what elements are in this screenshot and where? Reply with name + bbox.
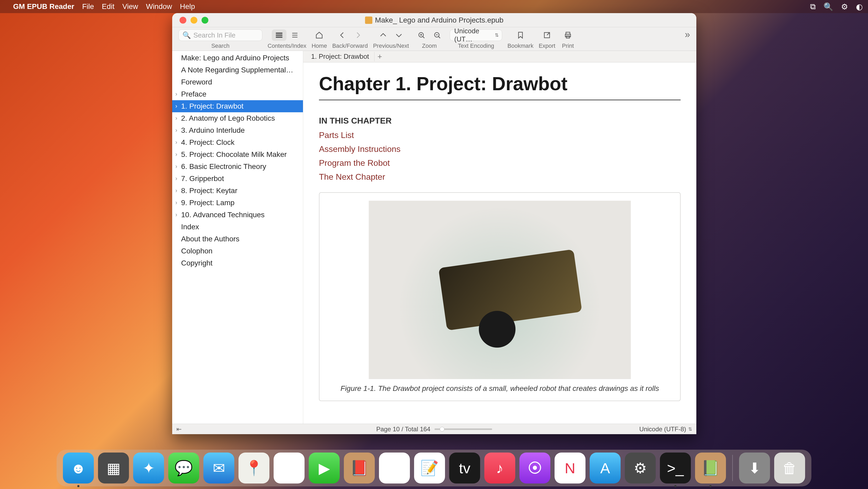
print-button[interactable]: [561, 29, 575, 41]
next-button[interactable]: [392, 29, 406, 41]
search-label: Search: [211, 42, 229, 49]
toc-item[interactable]: Copyright: [172, 257, 303, 269]
toc-item[interactable]: Colophon: [172, 245, 303, 257]
chevron-right-icon[interactable]: ›: [175, 211, 177, 218]
dock-finder[interactable]: ☻: [63, 453, 94, 484]
menu-edit[interactable]: Edit: [102, 2, 115, 11]
toc-item[interactable]: ›3. Arduino Interlude: [172, 124, 303, 137]
minimize-button[interactable]: [190, 17, 197, 24]
toc-item[interactable]: A Note Regarding Supplemental…: [172, 64, 303, 76]
dock-safari[interactable]: ✦: [133, 453, 164, 484]
chevron-right-icon[interactable]: ›: [175, 91, 177, 97]
toc-item[interactable]: About the Authors: [172, 233, 303, 245]
search-placeholder: Search In File: [193, 31, 235, 39]
content-view[interactable]: Chapter 1. Project: Drawbot IN THIS CHAP…: [303, 62, 696, 424]
dock-mail[interactable]: ✉: [204, 453, 234, 484]
bookmark-button[interactable]: [513, 29, 528, 41]
index-button[interactable]: [287, 29, 302, 41]
forward-button[interactable]: [351, 29, 365, 41]
document-icon: [365, 17, 372, 24]
screen-mirror-icon[interactable]: ⧉: [810, 2, 815, 11]
toc-item[interactable]: Make: Lego and Arduino Projects: [172, 52, 303, 64]
previous-button[interactable]: [376, 29, 391, 41]
page-slider[interactable]: [435, 428, 492, 430]
toc-item[interactable]: ›10. Advanced Techniques: [172, 209, 303, 221]
dock-reminders[interactable]: ☰: [379, 453, 410, 484]
toc-item-label: 4. Project: Clock: [181, 138, 235, 147]
toc-item-label: 9. Project: Lamp: [181, 199, 235, 207]
close-button[interactable]: [180, 17, 186, 24]
content-link[interactable]: Parts List: [319, 131, 681, 140]
encoding-select[interactable]: Unicode (UT… ⇅: [450, 29, 502, 41]
content-link[interactable]: Assembly Instructions: [319, 144, 681, 154]
dock-downloads[interactable]: ⬇: [739, 453, 770, 484]
dock-news[interactable]: N: [555, 453, 586, 484]
dock-messages[interactable]: 💬: [168, 453, 199, 484]
back-button[interactable]: [335, 29, 350, 41]
zoom-out-button[interactable]: [430, 29, 444, 41]
toc-item[interactable]: ›6. Basic Electronic Theory: [172, 161, 303, 173]
page-info: Page 10 / Total 164: [376, 426, 430, 433]
chevron-right-icon[interactable]: ›: [175, 151, 177, 158]
collapse-sidebar-button[interactable]: ⇤: [176, 426, 182, 433]
app-name[interactable]: GM EPUB Reader: [13, 2, 74, 11]
dock-contacts[interactable]: 📕: [344, 453, 375, 484]
spotlight-icon[interactable]: 🔍: [824, 2, 833, 11]
dock-appstore[interactable]: A: [590, 453, 621, 484]
figure: Figure 1-1. The Drawbot project consists…: [319, 192, 681, 401]
dock-facetime[interactable]: ▶: [309, 453, 340, 484]
toc-item[interactable]: ›Preface: [172, 88, 303, 100]
dock-photos[interactable]: ❀: [274, 453, 305, 484]
home-button[interactable]: [312, 29, 327, 41]
content-link[interactable]: Program the Robot: [319, 158, 681, 168]
menu-view[interactable]: View: [122, 2, 138, 11]
dock-launchpad[interactable]: ▦: [98, 453, 129, 484]
search-icon: 🔍: [182, 31, 191, 39]
toc-item[interactable]: Index: [172, 221, 303, 233]
dock-terminal[interactable]: >_: [660, 453, 691, 484]
chevron-right-icon[interactable]: ›: [175, 115, 177, 122]
toolbar-overflow-button[interactable]: »: [682, 29, 693, 40]
toc-item[interactable]: ›8. Project: Keytar: [172, 185, 303, 197]
tab-drawbot[interactable]: 1. Project: Drawbot: [306, 52, 374, 61]
dock-podcasts[interactable]: ⦿: [520, 453, 550, 484]
search-input[interactable]: 🔍 Search In File: [179, 29, 262, 41]
export-button[interactable]: [539, 29, 554, 41]
add-tab-button[interactable]: +: [374, 52, 385, 61]
dock-maps[interactable]: 📍: [239, 453, 270, 484]
dock-notes[interactable]: 📝: [414, 453, 445, 484]
contents-button[interactable]: [272, 29, 286, 41]
toc-item-label: Colophon: [181, 247, 213, 255]
status-encoding-select[interactable]: Unicode (UTF-8) ⇅: [639, 426, 692, 433]
toc-item[interactable]: Foreword: [172, 76, 303, 88]
toc-item[interactable]: ›4. Project: Clock: [172, 137, 303, 148]
chevron-right-icon[interactable]: ›: [175, 187, 177, 194]
toc-item-label: Index: [181, 223, 199, 231]
chevron-right-icon[interactable]: ›: [175, 127, 177, 134]
siri-icon[interactable]: ◐: [856, 2, 863, 11]
chevron-right-icon[interactable]: ›: [175, 199, 177, 206]
control-center-icon[interactable]: ⚙: [841, 2, 848, 11]
dock-tv[interactable]: tv: [449, 453, 480, 484]
dock-epub-reader[interactable]: 📗: [695, 453, 726, 484]
svg-rect-0: [276, 33, 278, 34]
content-link[interactable]: The Next Chapter: [319, 172, 681, 182]
chevron-right-icon[interactable]: ›: [175, 175, 177, 182]
toc-item[interactable]: ›9. Project: Lamp: [172, 197, 303, 209]
dock-trash[interactable]: 🗑: [774, 453, 805, 484]
dock-settings[interactable]: ⚙: [625, 453, 656, 484]
toc-item-label: 10. Advanced Techniques: [181, 211, 265, 219]
toc-item[interactable]: ›7. Gripperbot: [172, 173, 303, 185]
chevron-right-icon[interactable]: ›: [175, 103, 177, 110]
menu-file[interactable]: File: [82, 2, 94, 11]
maximize-button[interactable]: [202, 17, 208, 24]
menu-window[interactable]: Window: [146, 2, 172, 11]
chevron-right-icon[interactable]: ›: [175, 139, 177, 146]
toc-item[interactable]: ›5. Project: Chocolate Milk Maker: [172, 148, 303, 161]
toc-item[interactable]: ›2. Anatomy of Lego Robotics: [172, 112, 303, 124]
dock-music[interactable]: ♪: [484, 453, 515, 484]
chevron-right-icon[interactable]: ›: [175, 163, 177, 170]
zoom-in-button[interactable]: [414, 29, 429, 41]
menu-help[interactable]: Help: [180, 2, 195, 11]
toc-item[interactable]: ›1. Project: Drawbot: [172, 100, 303, 112]
